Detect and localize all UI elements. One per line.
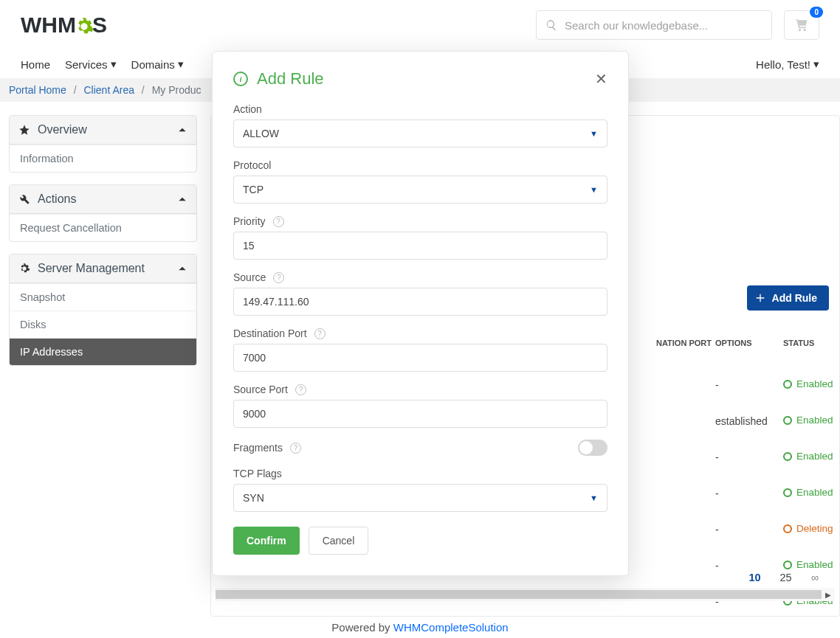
cell-options: -	[715, 524, 783, 535]
chevron-down-icon: ▼	[590, 129, 598, 138]
scrollbar-arrow-right-icon[interactable]: ▶	[822, 588, 835, 601]
panel-header-actions[interactable]: Actions	[10, 185, 196, 214]
sidebar-item-disks[interactable]: Disks	[10, 311, 196, 338]
input-source-port[interactable]	[233, 400, 607, 428]
chevron-down-icon: ▾	[178, 58, 184, 71]
status-icon	[783, 524, 792, 533]
cell-options: -	[715, 379, 783, 391]
close-button[interactable]: ✕	[595, 70, 607, 88]
gear-icon	[18, 263, 30, 274]
pager-infinite[interactable]: ∞	[811, 572, 819, 583]
select-protocol[interactable]: TCP ▼	[233, 176, 607, 204]
status-badge: Deleting	[783, 523, 833, 534]
cell-status: Enabled	[783, 487, 833, 499]
label-source-port: Source Port ?	[233, 384, 607, 395]
status-badge: Enabled	[783, 415, 833, 426]
help-icon[interactable]: ?	[314, 328, 326, 339]
sidebar-item-request-cancellation[interactable]: Request Cancellation	[10, 214, 196, 241]
label-priority: Priority ?	[233, 215, 607, 227]
sidebar-item-information[interactable]: Information	[10, 145, 196, 172]
status-icon	[783, 380, 792, 389]
sidebar-item-snapshot[interactable]: Snapshot	[10, 283, 196, 311]
label-destination-port: Destination Port ?	[233, 327, 607, 339]
help-icon[interactable]: ?	[295, 384, 306, 395]
table-row[interactable]: -Enabled	[715, 439, 833, 475]
table-header: NATION PORT OPTIONS STATUS	[656, 339, 833, 347]
cell-options: established	[715, 415, 783, 427]
cart-button[interactable]: 0	[784, 10, 819, 40]
sidebar: Overview Information Actions Request Can…	[9, 115, 197, 617]
panel-server-management: Server Management Snapshot Disks IP Addr…	[9, 254, 197, 366]
cell-options: -	[715, 451, 783, 463]
panel-overview: Overview Information	[9, 115, 197, 173]
search-input[interactable]	[565, 19, 762, 32]
table-row[interactable]: -Deleting	[715, 511, 833, 547]
search-icon	[545, 19, 557, 31]
nav-item-home[interactable]: Home	[21, 58, 50, 71]
wrench-icon	[18, 193, 30, 205]
help-icon[interactable]: ?	[273, 272, 284, 283]
cancel-button[interactable]: Cancel	[309, 527, 369, 555]
table-row[interactable]: -Enabled	[715, 475, 833, 511]
search-box[interactable]	[536, 10, 772, 40]
status-icon	[783, 416, 792, 425]
modal-title: i Add Rule	[233, 69, 324, 89]
cell-status: Enabled	[783, 415, 833, 427]
label-tcp-flags: TCP Flags	[233, 468, 607, 479]
chevron-up-icon	[177, 263, 187, 274]
table-row[interactable]: establishedEnabled	[715, 403, 833, 439]
add-rule-button[interactable]: Add Rule	[747, 285, 829, 311]
cart-badge: 0	[810, 7, 823, 18]
label-source: Source ?	[233, 271, 607, 283]
footer-link[interactable]: WHMCompleteSolution	[393, 621, 509, 634]
sidebar-item-ip-addresses[interactable]: IP Addresses	[10, 338, 196, 365]
status-icon	[783, 561, 792, 569]
toggle-fragments[interactable]	[578, 440, 607, 456]
header-right: 0	[536, 10, 819, 40]
plus-icon	[754, 292, 766, 304]
scrollbar-track[interactable]	[216, 590, 822, 599]
confirm-button[interactable]: Confirm	[233, 527, 300, 555]
chevron-up-icon	[177, 125, 187, 135]
nav-user-menu[interactable]: Hello, Test! ▾	[756, 58, 819, 71]
status-badge: Enabled	[783, 559, 833, 570]
status-icon	[783, 452, 792, 461]
select-action[interactable]: ALLOW ▼	[233, 119, 607, 148]
panel-header-server-management[interactable]: Server Management	[10, 254, 196, 283]
breadcrumb-home[interactable]: Portal Home	[9, 84, 66, 96]
cell-status: Enabled	[783, 559, 833, 572]
cart-icon	[794, 18, 809, 32]
input-source[interactable]	[233, 288, 607, 316]
status-badge: Enabled	[783, 487, 833, 498]
nav-item-domains[interactable]: Domains ▾	[131, 58, 184, 71]
breadcrumb-current: My Produc	[152, 84, 202, 96]
cell-status: Enabled	[783, 451, 833, 463]
cell-options: -	[715, 488, 783, 499]
nav-item-services[interactable]: Services ▾	[65, 58, 117, 71]
chevron-down-icon: ▾	[813, 58, 819, 71]
label-fragments: Fragments ?	[233, 442, 301, 454]
help-icon[interactable]: ?	[273, 216, 284, 227]
star-icon	[18, 124, 30, 136]
chevron-down-icon: ▼	[590, 493, 598, 502]
col-status: STATUS	[783, 339, 833, 347]
horizontal-scrollbar[interactable]: ▶	[216, 588, 835, 601]
help-icon[interactable]: ?	[290, 443, 301, 454]
table-row[interactable]: -Enabled	[715, 367, 833, 403]
panel-header-overview[interactable]: Overview	[10, 116, 196, 145]
close-icon: ✕	[595, 71, 607, 87]
header: WHM S 0	[0, 0, 840, 50]
breadcrumb-client-area[interactable]: Client Area	[83, 84, 134, 96]
pager-10[interactable]: 10	[748, 572, 760, 583]
status-icon	[783, 488, 792, 497]
gear-icon	[74, 16, 94, 37]
input-destination-port[interactable]	[233, 344, 607, 372]
label-action: Action	[233, 103, 607, 115]
input-priority[interactable]	[233, 232, 607, 260]
col-destination-port: NATION PORT	[656, 339, 715, 347]
select-tcp-flags[interactable]: SYN ▼	[233, 484, 607, 512]
pager-25[interactable]: 25	[780, 572, 792, 583]
brand-logo[interactable]: WHM S	[21, 13, 107, 38]
footer: Powered by WHMCompleteSolution	[0, 621, 840, 634]
chevron-up-icon	[177, 194, 187, 204]
